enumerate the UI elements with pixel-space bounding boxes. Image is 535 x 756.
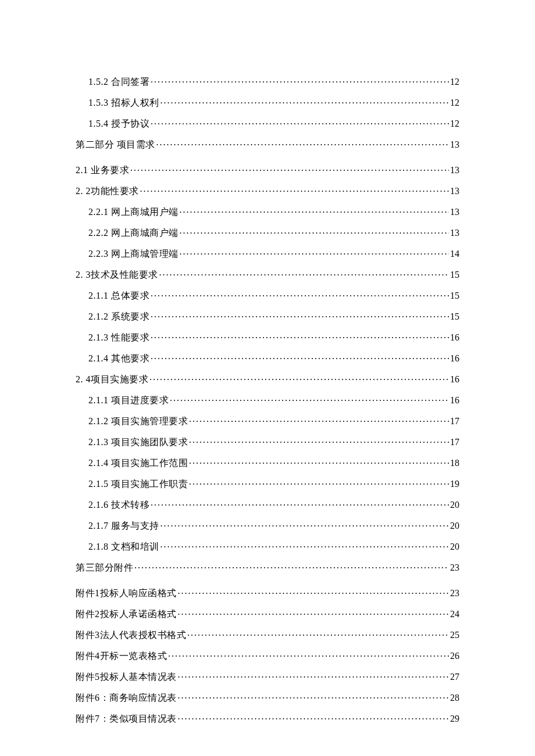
toc-entry-page: 16	[450, 395, 459, 406]
toc-entry-page: 28	[450, 693, 459, 703]
toc-entry: 第二部分 项目需求13	[76, 138, 459, 151]
toc-entry: 2.2.1 网上商城用户端13	[76, 206, 459, 218]
toc-entry: 2.1.4 其他要求16	[76, 352, 459, 365]
toc-entry: 2. 4项目实施要求16	[76, 373, 459, 386]
toc-entry: 2.1.4 项目实施工作范围18	[76, 457, 459, 470]
toc-entry-label: 2.1.2 项目实施管理要求	[88, 415, 188, 428]
toc-leader-dots	[151, 499, 449, 508]
toc-entry-page: 20	[450, 542, 459, 552]
toc-leader-dots	[160, 519, 450, 529]
toc-leader-dots	[170, 394, 449, 403]
toc-entry: 1.5.2 合同签署12	[76, 76, 459, 88]
toc-entry: 2.1 业务要求13	[76, 164, 459, 177]
toc-leader-dots	[178, 712, 450, 722]
toc-entry-page: 12	[450, 77, 459, 87]
toc-entry-label: 2.2.1 网上商城用户端	[88, 206, 179, 218]
toc-entry-page: 20	[450, 500, 459, 510]
toc-entry-label: 1.5.4 授予协议	[88, 118, 149, 130]
toc-entry: 1.5.4 授予协议12	[76, 117, 459, 130]
toc-entry: 2.1.8 文档和培训20	[76, 540, 459, 553]
toc-leader-dots	[149, 373, 449, 382]
toc-entry-label: 2.1.4 项目实施工作范围	[88, 457, 188, 470]
toc-leader-dots	[189, 478, 449, 487]
toc-entry-page: 13	[450, 139, 459, 150]
toc-entry: 2. 2功能性要求13	[76, 185, 459, 198]
toc-entry: 附件6：商务响应情况表28	[76, 691, 459, 704]
toc-entry-label: 2.1 业务要求	[76, 164, 129, 177]
toc-leader-dots	[168, 650, 449, 659]
toc-entry-page: 19	[450, 479, 459, 489]
toc-entry: 2.1.2 项目实施管理要求17	[76, 415, 459, 428]
toc-entry-page: 12	[450, 119, 459, 129]
toc-entry-page: 24	[450, 609, 459, 619]
toc-entry: 2.1.3 性能要求16	[76, 331, 459, 344]
toc-entry-label: 2.1.4 其他要求	[88, 353, 149, 365]
toc-leader-dots	[180, 248, 450, 257]
toc-entry-label: 1.5.3 招标人权利	[88, 97, 159, 109]
toc-entry-label: 第三部分附件	[76, 562, 133, 574]
toc-entry: 2.2.2 网上商城商户端13	[76, 227, 459, 239]
toc-leader-dots	[151, 76, 449, 85]
toc-entry: 2.2.3 网上商城管理端14	[76, 248, 459, 260]
toc-entry-page: 20	[450, 521, 459, 531]
toc-entry-page: 27	[450, 672, 459, 682]
toc-entry-label: 2.1.3 项目实施团队要求	[88, 436, 188, 449]
toc-entry-label: 附件5投标人基本情况表	[76, 671, 177, 683]
toc-leader-dots	[151, 289, 449, 299]
toc-entry-label: 附件3法人代表授权书格式	[76, 629, 186, 642]
toc-entry-label: 2. 3技术及性能要求	[76, 269, 158, 281]
toc-leader-dots	[130, 164, 449, 173]
toc-entry-page: 16	[450, 332, 459, 343]
toc-entry: 2.1.1 总体要求15	[76, 289, 459, 302]
toc-leader-dots	[180, 206, 450, 215]
toc-entry-page: 16	[450, 353, 459, 364]
toc-entry-page: 26	[450, 651, 459, 661]
toc-leader-dots	[178, 691, 450, 701]
toc-entry: 附件2投标人承诺函格式24	[76, 608, 459, 621]
toc-entry-label: 2. 4项目实施要求	[76, 374, 148, 386]
toc-entry-page: 18	[450, 458, 459, 468]
toc-entry-label: 1.5.2 合同签署	[88, 76, 149, 88]
toc-entry-label: 2. 2功能性要求	[76, 185, 139, 198]
toc-leader-dots	[178, 587, 450, 596]
toc-entry-page: 15	[450, 291, 459, 301]
toc-entry-label: 第二部分 项目需求	[76, 139, 155, 151]
toc-entry-label: 附件4开标一览表格式	[76, 650, 167, 662]
toc-entry-page: 13	[450, 186, 459, 196]
toc-entry-label: 附件1投标人响应函格式	[76, 587, 177, 600]
toc-leader-dots	[178, 608, 450, 617]
toc-entry: 2.1.6 技术转移20	[76, 499, 459, 511]
toc-entry-page: 14	[450, 249, 459, 259]
toc-leader-dots	[160, 540, 450, 550]
toc-leader-dots	[156, 138, 450, 148]
toc-entry: 附件5投标人基本情况表27	[76, 671, 459, 683]
toc-leader-dots	[134, 561, 449, 571]
toc-entry: 2. 3技术及性能要求15	[76, 268, 459, 281]
toc-entry: 2.1.7 服务与支持20	[76, 519, 459, 532]
toc-entry: 第三部分附件23	[76, 561, 459, 574]
toc-entry: 2.1.5 项目实施工作职责19	[76, 478, 459, 490]
toc-entry: 2.1.3 项目实施团队要求17	[76, 436, 459, 449]
toc-entry-page: 17	[450, 437, 459, 447]
toc-leader-dots	[140, 185, 450, 194]
toc-entry: 附件1投标人响应函格式23	[76, 587, 459, 600]
toc-entry-label: 附件6：商务响应情况表	[76, 692, 177, 704]
toc-leader-dots	[189, 436, 449, 445]
toc-entry: 附件7：类似项目情况表29	[76, 712, 459, 725]
toc-entry-label: 2.2.3 网上商城管理端	[88, 248, 179, 260]
toc-entry-page: 13	[450, 207, 459, 217]
toc-entry-page: 16	[450, 374, 459, 385]
toc-entry-label: 2.1.1 总体要求	[88, 290, 149, 302]
toc-entry-label: 2.1.8 文档和培训	[88, 541, 159, 553]
toc-entry-page: 25	[450, 630, 459, 640]
toc-entry-label: 2.1.3 性能要求	[88, 332, 149, 344]
toc-entry-page: 12	[450, 98, 459, 108]
toc-entry: 2.1.1 项目进度要求16	[76, 394, 459, 407]
toc-entry-page: 13	[450, 165, 459, 175]
toc-entry-page: 29	[450, 714, 459, 724]
table-of-contents: 1.5.2 合同签署121.5.3 招标人权利121.5.4 授予协议12第二部…	[76, 76, 459, 725]
toc-entry-label: 2.1.7 服务与支持	[88, 520, 159, 532]
toc-entry-page: 15	[450, 270, 459, 280]
toc-leader-dots	[189, 457, 449, 466]
toc-entry-label: 附件2投标人承诺函格式	[76, 608, 177, 621]
